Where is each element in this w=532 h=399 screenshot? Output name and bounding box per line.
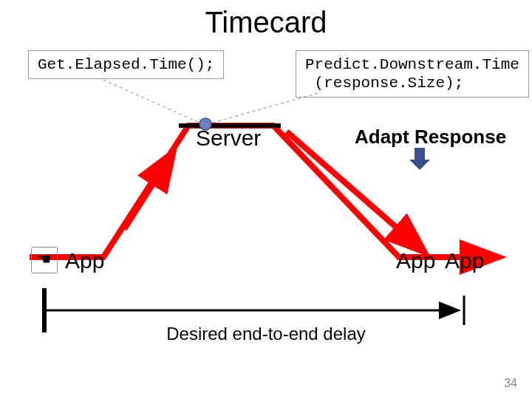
svg-line-4 <box>287 132 422 250</box>
app-label-right-1: App <box>396 248 435 273</box>
app-label-right-2: App <box>445 248 484 273</box>
hand-cursor-icon: ☚ <box>31 247 58 273</box>
svg-rect-7 <box>415 148 425 160</box>
desired-delay-label: Desired end-to-end delay <box>0 324 532 344</box>
app-label-left: App <box>65 248 104 273</box>
slide: Timecard Get.Elapsed.Time(); Predict.Dow… <box>0 0 532 399</box>
server-label: Server <box>196 126 261 151</box>
page-number: 34 <box>504 377 517 390</box>
adapt-response-label: Adapt Response <box>355 126 506 149</box>
svg-marker-8 <box>409 160 430 170</box>
down-arrow-icon <box>409 148 430 170</box>
svg-line-3 <box>124 155 171 229</box>
svg-line-2 <box>213 93 318 123</box>
svg-line-1 <box>103 80 200 123</box>
